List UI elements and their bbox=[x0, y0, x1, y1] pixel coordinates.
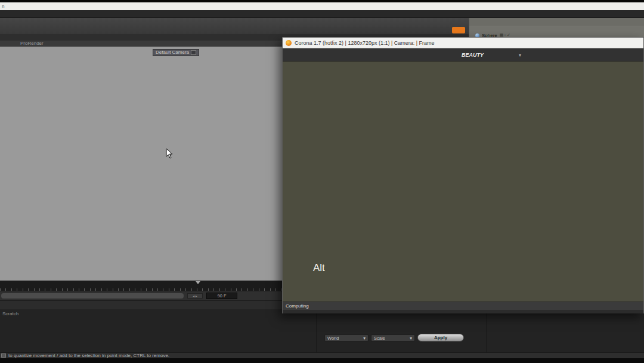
timeline-scroll-row: ◂ ▸ 90 F bbox=[0, 291, 282, 300]
coordinate-scale-dropdown[interactable]: Scale▾ bbox=[371, 334, 415, 342]
material-tabs-row bbox=[0, 300, 282, 309]
frame-stepper[interactable]: ◂ ▸ bbox=[187, 293, 203, 299]
corona-status-bar: Computing bbox=[283, 302, 643, 310]
panel-divider bbox=[316, 309, 317, 352]
chevron-down-icon: ▾ bbox=[363, 335, 366, 341]
chevron-down-icon: ▾ bbox=[410, 335, 412, 341]
render-pass-dropdown[interactable]: BEAUTY ▾ bbox=[462, 51, 521, 59]
window-titlebar: n bbox=[0, 2, 644, 10]
bottom-panel: Scratch World▾ Scale▾ Apply bbox=[0, 309, 644, 352]
viewport-menubar[interactable]: ProRender bbox=[0, 41, 282, 47]
current-frame-marker[interactable] bbox=[196, 281, 200, 284]
interface-accent bbox=[452, 27, 465, 33]
corona-titlebar[interactable]: Corona 1.7 (hotfix 2) | 1280x720px (1:1)… bbox=[283, 38, 643, 48]
timeline-tickmarks bbox=[0, 288, 282, 291]
mouse-cursor bbox=[166, 148, 173, 161]
camera-label-text: Default Camera bbox=[156, 50, 189, 56]
render-canvas[interactable] bbox=[283, 61, 643, 302]
main-menubar bbox=[0, 10, 644, 18]
app-screen: n Sphere ▦ ∶ ✓ ProRender Default Camera … bbox=[0, 0, 644, 363]
viewport-menu-prorender[interactable]: ProRender bbox=[20, 41, 44, 46]
status-icon bbox=[1, 353, 6, 358]
corona-toolbar: BEAUTY ▾ bbox=[283, 48, 643, 61]
material-name-label: Scratch bbox=[2, 311, 18, 316]
end-frame-field[interactable]: 90 F bbox=[206, 293, 237, 299]
apply-button[interactable]: Apply bbox=[417, 334, 464, 342]
corona-bottom-strip bbox=[283, 310, 643, 313]
timeline-ruler[interactable] bbox=[0, 281, 282, 292]
viewport-canvas[interactable] bbox=[0, 47, 282, 281]
pass-selected-value: BEAUTY bbox=[462, 52, 484, 58]
camera-menu-icon[interactable] bbox=[191, 50, 196, 55]
window-title-text: n bbox=[2, 4, 4, 9]
scale-dropdown-value: Scale bbox=[374, 335, 385, 341]
corona-logo-icon bbox=[286, 40, 292, 46]
object-manager-menu bbox=[469, 26, 644, 33]
camera-label[interactable]: Default Camera bbox=[153, 49, 199, 56]
bottom-black-strip bbox=[0, 358, 644, 363]
main-toolbar bbox=[0, 18, 469, 34]
corona-title-text: Corona 1.7 (hotfix 2) | 1280x720px (1:1)… bbox=[295, 40, 435, 46]
object-manager-iconbar bbox=[469, 18, 644, 26]
render-view[interactable]: Alt bbox=[283, 61, 643, 302]
timeline-scrollbar[interactable] bbox=[1, 293, 184, 299]
viewport-3d[interactable]: Default Camera bbox=[0, 47, 282, 281]
object-manager: Sphere ▦ ∶ ✓ bbox=[469, 18, 644, 38]
chevron-down-icon: ▾ bbox=[519, 53, 521, 58]
coordinate-mode-dropdown[interactable]: World▾ bbox=[324, 334, 369, 342]
corona-vfb-window: Corona 1.7 (hotfix 2) | 1280x720px (1:1)… bbox=[282, 37, 644, 313]
coordinates-panel: World▾ Scale▾ Apply bbox=[321, 309, 488, 352]
mode-dropdown-value: World bbox=[327, 335, 339, 341]
status-bar: to quantize movement / add to the select… bbox=[0, 352, 644, 358]
keypress-overlay: Alt bbox=[313, 262, 325, 274]
